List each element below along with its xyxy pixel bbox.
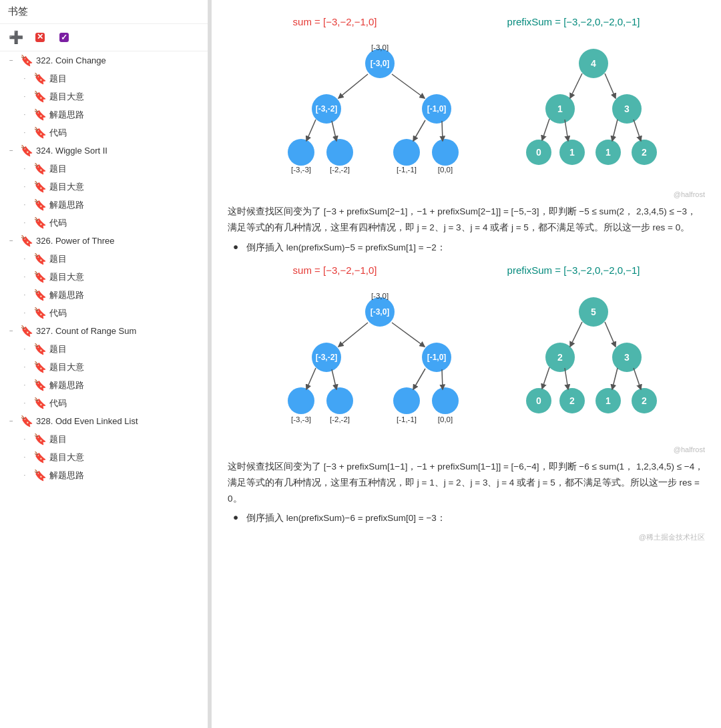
bullet-1: ● 倒序插入 len(prefixSum)−5 = prefixSum[1] =… — [233, 242, 705, 254]
svg-text:[-2,-2]: [-2,-2] — [329, 166, 349, 174]
tree-diagram-area-2: [-3,0] [-3,-2] [-1,0] [-3,-3] [-2,-2] [-… — [228, 284, 705, 437]
bookmark-icon-322-ty: 🔖 — [33, 90, 47, 103]
watermark-3: @稀土掘金技术社区 — [228, 532, 705, 542]
sidebar-label-328-jt: 解题思路 — [49, 470, 84, 482]
teal-tree-2: 5 2 3 0 2 1 2 — [520, 284, 667, 437]
sidebar-label-326-ti: 题目 — [49, 253, 67, 265]
watermark-1: @halfrost — [228, 190, 705, 198]
sidebar-item-327[interactable]: − 🔖 327. Count of Range Sum — [0, 322, 208, 340]
indent-322-dm: · — [19, 127, 31, 139]
bookmark-icon-326-jt: 🔖 — [33, 289, 47, 301]
delete-bookmark-button[interactable]: ✕ — [31, 28, 49, 47]
main-content: sum = [−3,−2,−1,0] prefixSum = [−3,−2,0,… — [212, 0, 721, 728]
sidebar-item-322[interactable]: − 🔖 322. Coin Change — [0, 51, 208, 69]
bst-tree-1: [-3,0] [-3,-2] [-1,0] — [266, 35, 493, 182]
svg-line-73 — [605, 322, 616, 347]
svg-text:1: 1 — [569, 147, 575, 158]
collapse-icon-324[interactable]: − — [5, 145, 17, 157]
sidebar-item-327-jt[interactable]: · 🔖 解题思路 — [0, 376, 208, 394]
bullet-dot-2: ● — [233, 512, 242, 522]
sidebar-item-328-jt[interactable]: · 🔖 解题思路 — [0, 466, 208, 484]
svg-text:2: 2 — [642, 147, 647, 158]
svg-line-84 — [612, 368, 618, 389]
formula-line-2: sum = [−3,−2,−1,0] prefixSum = [−3,−2,0,… — [228, 264, 705, 276]
sidebar-item-326-ty[interactable]: · 🔖 题目大意 — [0, 268, 208, 286]
sidebar-label-326-jt: 解题思路 — [49, 289, 84, 301]
sidebar-item-328-ty[interactable]: · 🔖 题目大意 — [0, 448, 208, 466]
edit-bookmark-button[interactable]: ✓ — [55, 28, 73, 47]
bookmark-icon-328: 🔖 — [20, 415, 33, 427]
svg-text:1: 1 — [606, 147, 611, 158]
bookmark-icon-322-ti: 🔖 — [33, 72, 47, 85]
sidebar-item-327-dm[interactable]: · 🔖 代码 — [0, 394, 208, 412]
bookmark-icon-322: 🔖 — [20, 54, 33, 67]
sidebar-item-322-ti[interactable]: · 🔖 题目 — [0, 69, 208, 87]
svg-text:[-3,0]: [-3,0] — [370, 59, 389, 68]
svg-text:[-1,-1]: [-1,-1] — [396, 415, 416, 423]
sidebar-item-326-ti[interactable]: · 🔖 题目 — [0, 250, 208, 268]
sidebar-label-322-ti: 题目 — [49, 73, 67, 85]
sidebar-label-327-ti: 题目 — [49, 343, 67, 355]
svg-line-57 — [306, 368, 316, 389]
sidebar-item-326-dm[interactable]: · 🔖 代码 — [0, 304, 208, 322]
sidebar-item-322-dm[interactable]: · 🔖 代码 — [0, 124, 208, 142]
sidebar-item-327-ty[interactable]: · 🔖 题目大意 — [0, 358, 208, 376]
bookmark-icon-326: 🔖 — [20, 234, 33, 247]
sidebar-item-326[interactable]: − 🔖 326. Power of Three — [0, 232, 208, 250]
svg-point-12 — [288, 139, 314, 166]
svg-text:[-3,0]: [-3,0] — [370, 307, 389, 317]
sidebar-item-324[interactable]: − 🔖 324. Wiggle Sort II — [0, 142, 208, 160]
sidebar-label-324-ti: 题目 — [49, 163, 67, 175]
bookmark-icon-327-dm: 🔖 — [33, 397, 47, 409]
add-bookmark-button[interactable]: ➕ — [7, 28, 25, 47]
sidebar-item-327-ti[interactable]: · 🔖 题目 — [0, 340, 208, 358]
sidebar-label-322: 322. Coin Change — [36, 55, 106, 65]
indent-328-jt: · — [19, 470, 31, 482]
sidebar-label-327-jt: 解题思路 — [49, 379, 84, 391]
svg-point-14 — [393, 139, 420, 166]
watermark-2: @halfrost — [228, 445, 705, 453]
bookmark-icon-322-jt: 🔖 — [33, 108, 47, 121]
sidebar-item-324-jt[interactable]: · 🔖 解题思路 — [0, 196, 208, 214]
sidebar-item-322-ty[interactable]: · 🔖 题目大意 — [0, 87, 208, 106]
sidebar-label-327: 327. Count of Range Sum — [36, 326, 136, 336]
svg-text:2: 2 — [642, 395, 647, 406]
svg-text:[0,0]: [0,0] — [437, 166, 452, 174]
bookmark-icon-328-jt: 🔖 — [33, 469, 47, 482]
indent-326-dm: · — [19, 307, 31, 319]
svg-text:1: 1 — [557, 104, 563, 114]
bookmark-icon-324-ti: 🔖 — [33, 162, 47, 175]
sidebar-label-324-dm: 代码 — [49, 217, 67, 229]
formula-line-1: sum = [−3,−2,−1,0] prefixSum = [−3,−2,0,… — [228, 16, 705, 27]
collapse-icon-326[interactable]: − — [5, 235, 17, 247]
sum-label-2: sum = [−3,−2,−1,0] — [293, 264, 377, 276]
sidebar-item-328-ti[interactable]: · 🔖 题目 — [0, 430, 208, 448]
prefix-label-1: prefixSum = [−3,−2,0,−2,0,−1] — [507, 16, 640, 27]
collapse-icon-327[interactable]: − — [5, 325, 17, 337]
sidebar-label-324-ty: 题目大意 — [49, 181, 84, 193]
section-1: sum = [−3,−2,−1,0] prefixSum = [−3,−2,0,… — [228, 16, 705, 254]
svg-line-44 — [634, 120, 641, 141]
sidebar-label-322-ty: 题目大意 — [49, 91, 84, 103]
svg-point-56 — [432, 387, 459, 414]
sidebar-label-322-jt: 解题思路 — [49, 109, 84, 121]
collapse-icon-328[interactable]: − — [5, 415, 17, 427]
sidebar-item-324-ti[interactable]: · 🔖 题目 — [0, 160, 208, 178]
sidebar-item-328[interactable]: − 🔖 328. Odd Even Linked List — [0, 412, 208, 430]
bookmark-icon-322-dm: 🔖 — [33, 126, 47, 139]
sidebar-item-324-ty[interactable]: · 🔖 题目大意 — [0, 178, 208, 196]
sidebar-toolbar: ➕ ✕ ✓ — [0, 24, 208, 51]
svg-line-41 — [542, 119, 549, 140]
sidebar-item-326-jt[interactable]: · 🔖 解题思路 — [0, 286, 208, 304]
collapse-icon-322[interactable]: − — [5, 55, 17, 67]
sidebar-item-322-jt[interactable]: · 🔖 解题思路 — [0, 106, 208, 124]
sidebar-item-324-dm[interactable]: · 🔖 代码 — [0, 214, 208, 232]
bookmark-icon-326-ty: 🔖 — [33, 270, 47, 283]
sidebar-label-327-dm: 代码 — [49, 397, 67, 409]
sidebar-label-326-dm: 代码 — [49, 307, 67, 319]
svg-text:0: 0 — [536, 147, 541, 158]
svg-line-17 — [332, 121, 336, 141]
resize-handle[interactable] — [208, 0, 212, 728]
svg-line-85 — [634, 368, 641, 389]
sidebar-header: 书签 — [0, 0, 208, 24]
